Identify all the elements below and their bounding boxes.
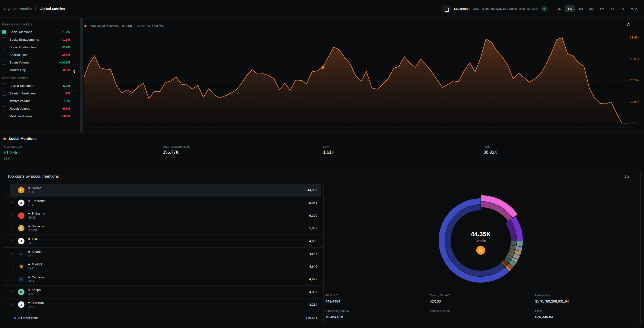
coin-symbol: DOGE xyxy=(28,229,309,232)
top-coins-share-icon[interactable] xyxy=(624,173,630,180)
timeframe-selector: 1D1W1M3M6M1Y2YMAX xyxy=(555,5,640,12)
donut-segment-kaspa[interactable] xyxy=(509,265,512,267)
metric-checkbox[interactable] xyxy=(2,53,6,57)
coin-symbol: ADA xyxy=(28,280,309,283)
metric-checkbox[interactable] xyxy=(2,106,6,111)
metric-item-bearish-sentiment[interactable]: Bearish Sentiment -7% xyxy=(0,89,80,97)
coin-row-sol[interactable]: ☆ ≡ Solana SOL 4,847 xyxy=(3,248,324,260)
sidebar-collapse-chevron-icon[interactable]: ‹ xyxy=(71,67,78,75)
metric-checkbox[interactable] xyxy=(2,45,6,50)
favorite-star-icon[interactable]: ☆ xyxy=(11,264,16,269)
stat-circulating-supply: Circulating Supply 19,454,025 xyxy=(325,309,430,325)
metric-item-social-contributors[interactable]: Social Contributors +2.7% xyxy=(0,43,80,51)
summary-column-label: High xyxy=(484,145,497,148)
metric-item-market-cap[interactable]: Market Cap -0.6% xyxy=(0,66,80,74)
donut-center-label: Bitcoin xyxy=(445,239,516,243)
donut-segment-kaspa-inner[interactable] xyxy=(505,261,506,263)
coin-logo-icon: ▲ xyxy=(18,301,24,308)
favorite-star-icon[interactable]: ☆ xyxy=(11,277,16,282)
favorite-star-icon[interactable]: ☆ xyxy=(11,226,16,231)
coin-row-lat[interactable]: ☆ ▣ PlatON LAT 4,640 xyxy=(3,260,324,273)
ad-banner[interactable]: Squarefoot USDT is your gateway to a Dub… xyxy=(442,5,548,13)
coin-symbol: LAT xyxy=(28,267,309,270)
metric-checkbox[interactable] xyxy=(2,37,6,42)
favorite-star-icon[interactable]: ☆ xyxy=(11,213,16,218)
metric-item-shared-links[interactable]: Shared Links -12.4% xyxy=(0,51,80,59)
metric-item-medium-volume[interactable]: Medium Volume -100% xyxy=(0,112,80,120)
stat-market-volume: Market Volume xyxy=(430,309,535,325)
metric-label: Market Cap xyxy=(10,68,62,72)
metric-item-spam-volume[interactable]: Spam Volume +14.9% xyxy=(0,59,80,66)
coin-row-ada[interactable]: ☆ ∗ Cardano ADA 4,627 xyxy=(3,273,324,286)
breadcrumb-cryptocurrencies[interactable]: Cryptocurrencies xyxy=(4,7,32,11)
timeframe-1y[interactable]: 1Y xyxy=(608,5,617,12)
metric-checkbox[interactable] xyxy=(2,60,6,65)
favorite-star-icon[interactable]: ☆ xyxy=(11,238,16,244)
social-mentions-chart-region: Total social mentions 25.96K 8/7/2023, 1… xyxy=(83,18,644,133)
timeframe-max[interactable]: MAX xyxy=(628,5,640,12)
timeframe-6m[interactable]: 6M xyxy=(597,5,607,12)
metric-item-reddit-volume[interactable]: Reddit Volume -5.6% xyxy=(0,105,80,112)
metric-checkbox[interactable] xyxy=(2,30,6,34)
favorite-star-icon[interactable]: ☆ xyxy=(11,251,16,256)
favorite-star-icon[interactable]: ☆ xyxy=(11,187,16,193)
donut-segment-cardano-inner[interactable] xyxy=(507,258,508,261)
donut-segment-cardano[interactable] xyxy=(512,262,514,265)
stat-value: $29,340.53 xyxy=(535,315,569,319)
area-chart[interactable] xyxy=(84,21,643,128)
favorite-star-icon[interactable]: ☆ xyxy=(11,289,16,294)
timeframe-1w[interactable]: 1W xyxy=(565,5,575,12)
donut-segment-platon-inner[interactable] xyxy=(508,256,510,258)
all-other-coins-row[interactable]: All other coins179,651 xyxy=(3,311,324,325)
metric-change: -12.4% xyxy=(60,53,70,57)
donut-segment-dogecoin[interactable] xyxy=(518,247,519,250)
metric-checkbox[interactable] xyxy=(2,99,6,103)
coin-row-shib[interactable]: ☆ Shiba Inu SHIB 6,390 xyxy=(3,209,324,222)
coin-text: Shiba Inu SHIB xyxy=(28,212,309,219)
metric-item-social-mentions[interactable]: Social Mentions +1.2% xyxy=(0,28,80,36)
squarefoot-logo-icon xyxy=(442,5,450,13)
metric-checkbox[interactable] xyxy=(2,84,6,88)
metric-checkbox[interactable] xyxy=(2,68,6,72)
donut-segment-xrp[interactable] xyxy=(517,251,518,254)
coin-row-btc[interactable]: ☆ B Bitcoin BTC 44,353 xyxy=(3,184,324,197)
coin-row-xrp[interactable]: ☆ X XRP XRP 4,886 xyxy=(3,235,324,248)
sidebar-section: More coin metrics Bullish Sentiment +6.2… xyxy=(0,74,80,120)
coin-mentions-value: 29,051 xyxy=(308,201,317,205)
donut-segment-shiba-inu[interactable] xyxy=(520,241,520,246)
timeframe-3m[interactable]: 3M xyxy=(586,5,596,12)
metric-item-social-engagements[interactable]: Social Engagements -1.3% xyxy=(0,36,80,43)
metric-item-twitter-volume[interactable]: Twitter Volume +5% xyxy=(0,97,80,105)
y-axis-tick-label: 1.61K xyxy=(630,122,643,125)
donut-segment-platon[interactable] xyxy=(514,258,516,262)
coin-row-arb[interactable]: ☆ ▲ Arbitrum ARB 3,214 xyxy=(3,298,324,311)
metric-label: Social Contributors xyxy=(10,46,61,49)
series-color-dot xyxy=(28,276,30,278)
coin-logo-icon: B xyxy=(18,187,24,193)
coin-row-kas[interactable]: ☆ K Kaspa KAS 4,067 xyxy=(3,286,324,298)
favorite-star-icon[interactable]: ☆ xyxy=(11,302,16,307)
timeframe-1m[interactable]: 1M xyxy=(576,5,586,12)
other-coins-label: All other coins xyxy=(18,316,306,320)
summary-column-value: +1.2% xyxy=(3,150,22,155)
metric-label: Twitter Volume xyxy=(10,99,64,103)
metric-change: +6.2% xyxy=(61,84,70,88)
metric-change: +14.9% xyxy=(60,61,70,64)
y-axis-tick-label: 29.59K xyxy=(630,57,643,61)
timeframe-1d[interactable]: 1D xyxy=(555,5,564,12)
metric-label: Medium Volume xyxy=(10,114,61,118)
stat-galaxy-score-: Galaxy Score™ 42/100 xyxy=(430,294,535,309)
metric-checkbox[interactable] xyxy=(2,114,6,118)
coin-row-doge[interactable]: ☆ Ð Dogecoin DOGE 5,087 xyxy=(3,222,324,235)
coin-row-eth[interactable]: ☆ ◆ Ethereum ETH 29,051 xyxy=(3,197,324,210)
donut-segment-arbitrum[interactable] xyxy=(507,268,509,269)
coin-text: Kaspa KAS xyxy=(28,288,309,296)
bitcoin-logo-icon: B xyxy=(476,246,485,255)
timeframe-2y[interactable]: 2Y xyxy=(618,5,627,12)
summary-column-label: Total social mentions xyxy=(163,145,190,148)
donut-segment-solana[interactable] xyxy=(516,255,517,258)
donut-segment-arbitrum-inner[interactable] xyxy=(503,263,504,265)
metric-checkbox[interactable] xyxy=(2,91,6,96)
favorite-star-icon[interactable]: ☆ xyxy=(11,200,16,205)
metric-item-bullish-sentiment[interactable]: Bullish Sentiment +6.2% xyxy=(0,82,80,89)
